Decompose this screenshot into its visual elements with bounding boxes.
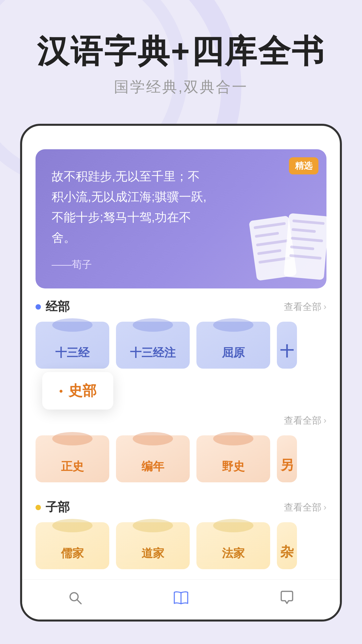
- dot-jing: [36, 304, 41, 310]
- phone-mockup: 精选 故不积跬步,无以至千里；不积小流,无以成江海;骐骥一跃,不能十步;驽马十驾…: [20, 124, 342, 622]
- nav-item-book[interactable]: [128, 590, 234, 609]
- section-header-jing: 经部 查看全部 ›: [22, 288, 340, 322]
- app-title: 汉语字典+四库全书: [20, 34, 342, 69]
- section-title-jing: 经部: [36, 299, 70, 315]
- card-label-daojia: 道家: [141, 546, 164, 561]
- nav-item-search[interactable]: [22, 590, 128, 609]
- section-link-zi[interactable]: 查看全部 ›: [284, 501, 326, 514]
- blob-rujia: [52, 519, 93, 532]
- card-label-rujia: 儒家: [61, 546, 84, 561]
- shi-popup: ● 史部: [42, 372, 113, 410]
- card-daojia[interactable]: 道家: [116, 522, 190, 569]
- book-page-right: [284, 213, 326, 280]
- chevron-right-icon-shi: ›: [323, 415, 326, 426]
- card-label-biannian: 编年: [141, 459, 164, 474]
- section-zi: 子部 查看全部 › 儒家 道家 法家: [22, 489, 340, 576]
- quote-card[interactable]: 精选 故不积跬步,无以至千里；不积小流,无以成江海;骐骥一跃,不能十步;驽马十驾…: [36, 149, 326, 289]
- section-label-zi: 子部: [46, 499, 70, 516]
- section-link-text-shi: 查看全部: [284, 414, 321, 427]
- card-quyuan[interactable]: 屈原: [196, 322, 270, 369]
- blob-quyuan: [213, 318, 253, 332]
- card-yeshi[interactable]: 野史: [196, 435, 270, 482]
- dot-zi: [36, 505, 41, 510]
- search-icon: [67, 590, 83, 609]
- card-label-yeshi: 野史: [222, 459, 245, 474]
- card-scroll-jing: 十三经 十三经注 屈原 十: [22, 322, 340, 369]
- section-header-zi: 子部 查看全部 ›: [22, 489, 340, 522]
- blob-shisanjing: [52, 318, 93, 332]
- svg-line-1: [77, 600, 81, 604]
- section-title-zi: 子部: [36, 499, 70, 516]
- app-subtitle: 国学经典,双典合一: [20, 77, 342, 97]
- card-scroll-zi: 儒家 道家 法家 杂: [22, 522, 340, 569]
- bottom-nav: [22, 579, 340, 620]
- card-rujia[interactable]: 儒家: [36, 522, 109, 569]
- card-fajia[interactable]: 法家: [196, 522, 270, 569]
- card-scroll-shi: 正史 编年 野史 另: [22, 435, 340, 482]
- quote-badge: 精选: [289, 157, 318, 174]
- card-zhengshi[interactable]: 正史: [36, 435, 109, 482]
- chevron-right-icon-zi: ›: [323, 502, 326, 513]
- blob-zhengshi: [52, 432, 93, 445]
- shi-popup-text: ● 史部: [59, 381, 97, 400]
- quote-text: 故不积跬步,无以至千里；不积小流,无以成江海;骐骥一跃,不能十步;驽马十驾,功在…: [52, 166, 207, 248]
- blob-fajia: [213, 519, 253, 532]
- partial-symbol-zi: 杂: [280, 543, 294, 561]
- card-label-shisanjingzhu: 十三经注: [130, 345, 176, 361]
- partial-symbol-jing: 十: [280, 342, 294, 361]
- card-more-jing[interactable]: 十: [277, 322, 297, 369]
- section-jing: 经部 查看全部 › 十三经 十三经注 屈原: [22, 288, 340, 375]
- card-more-zi[interactable]: 杂: [277, 522, 297, 569]
- blob-shisanjingzhu: [133, 318, 173, 332]
- blob-daojia: [133, 519, 173, 532]
- card-label-zhengshi: 正史: [61, 459, 84, 474]
- section-link-shi[interactable]: 查看全部 ›: [284, 414, 326, 427]
- chat-icon: [279, 590, 295, 609]
- section-label-jing: 经部: [46, 299, 70, 315]
- nav-item-community[interactable]: [234, 590, 340, 609]
- card-shisanjingzhu[interactable]: 十三经注: [116, 322, 190, 369]
- book-icon: [173, 590, 189, 609]
- section-link-text-zi: 查看全部: [284, 501, 321, 514]
- card-shisanjing[interactable]: 十三经: [36, 322, 109, 369]
- section-link-text-jing: 查看全部: [284, 301, 321, 313]
- partial-symbol-shi: 另: [280, 456, 294, 474]
- card-label-fajia: 法家: [222, 546, 245, 561]
- card-label-quyuan: 屈原: [222, 345, 245, 361]
- app-header: 汉语字典+四库全书 国学经典,双典合一: [0, 0, 362, 110]
- section-link-jing[interactable]: 查看全部 ›: [284, 301, 326, 313]
- chevron-right-icon-jing: ›: [323, 302, 326, 312]
- card-label-shisanjing: 十三经: [55, 345, 89, 361]
- card-biannian[interactable]: 编年: [116, 435, 190, 482]
- blob-biannian: [133, 432, 173, 445]
- card-more-shi[interactable]: 另: [277, 435, 297, 482]
- blob-yeshi: [213, 432, 253, 445]
- book-illustration: [246, 205, 326, 285]
